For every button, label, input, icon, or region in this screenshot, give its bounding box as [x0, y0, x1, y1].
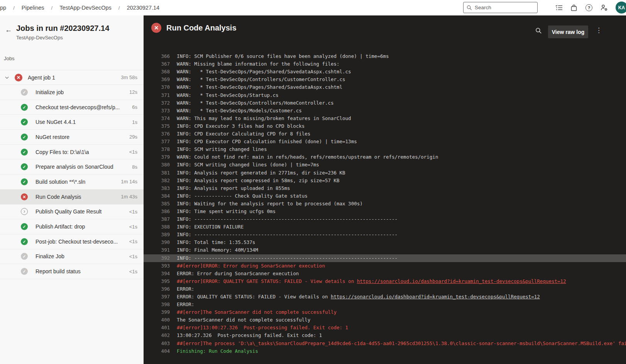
- log-line-number: 386: [155, 208, 170, 215]
- step-label: Initialize job: [36, 89, 64, 95]
- log-line-text: ##[error]The SonarScanner did not comple…: [177, 309, 337, 315]
- success-status-icon: ✓: [21, 119, 28, 125]
- task-list-icon[interactable]: [555, 3, 563, 12]
- log-line-text: WARN: This may lead to missing/broken fe…: [177, 115, 351, 121]
- job-step-row[interactable]: ✓ Checkout test-devsecops@refs/p... 6s: [0, 100, 144, 115]
- marketplace-bag-icon[interactable]: [570, 3, 578, 12]
- avatar[interactable]: KA: [616, 2, 626, 14]
- log-line-text: INFO: SCM writing changed lines (done) |…: [177, 162, 319, 168]
- job-step-row[interactable]: ✓ Prepare analysis on SonarCloud 8s: [0, 159, 144, 174]
- log-line-text: WARN: * Test-DevSecOps/Pages/Shared/Save…: [177, 69, 351, 74]
- log-line: 397ERROR: QUALITY GATE STATUS: FAILED - …: [144, 285, 626, 293]
- log-title: Run Code Analysis: [166, 24, 237, 32]
- log-line-text: ##[error]ERROR: QUALITY GATE STATUS: FAI…: [177, 278, 566, 284]
- log-line-number: 404: [155, 347, 170, 355]
- more-options-icon[interactable]: ⋮: [596, 26, 602, 34]
- user-settings-icon[interactable]: [600, 3, 608, 12]
- log-line-number: 373: [155, 107, 170, 115]
- sonarcloud-dashboard-link[interactable]: https://sonarcloud.io/dashboard?id=kruam…: [331, 294, 540, 300]
- log-line-number: 385: [155, 200, 170, 208]
- agent-job-row[interactable]: ✕ Agent job 1 3m 58s: [0, 70, 144, 85]
- log-line-text: INFO: Analysis report generated in 2771m…: [177, 170, 345, 176]
- step-duration: <1s: [129, 239, 137, 244]
- breadcrumb-project[interactable]: pp: [0, 5, 6, 11]
- log-line-number: 402: [155, 332, 170, 339]
- step-label: Copy Files to: D:\a\1\a: [36, 149, 89, 155]
- job-step-row[interactable]: ✓ Finalize Job <1s: [0, 249, 144, 264]
- log-viewport[interactable]: 366INFO: SCM Publisher 0/6 source files …: [144, 48, 626, 364]
- log-line-text: WARN: * Test-DevSecOps/Startup.cs: [177, 92, 278, 98]
- view-raw-log-button[interactable]: View raw log: [548, 25, 588, 38]
- log-line-number: 389: [155, 231, 170, 239]
- job-step-row[interactable]: ✓ NuGet restore 29s: [0, 130, 144, 145]
- log-line-number: 388: [155, 223, 170, 231]
- log-panel: ✕ Run Code Analysis View raw log ⋮ 366IN…: [144, 15, 626, 364]
- step-label: NuGet restore: [36, 134, 69, 140]
- success-status-icon: ✓: [21, 238, 28, 245]
- search-input[interactable]: [475, 5, 529, 10]
- job-step-row[interactable]: › Publish Quality Gate Result <1s: [0, 205, 144, 220]
- step-duration: <1s: [129, 224, 137, 230]
- log-line-text: ERROR:: [177, 286, 194, 292]
- log-line-text: WARN: * Test-DevSecOps/Models/Customer.c…: [177, 108, 302, 113]
- breadcrumb-run-number[interactable]: 20230927.14: [127, 5, 159, 11]
- job-step-row[interactable]: ✓ Use NuGet 4.4.1 1s: [0, 115, 144, 130]
- breadcrumb-separator: /: [118, 5, 120, 11]
- step-duration: 29s: [129, 134, 137, 140]
- step-duration: <1s: [129, 209, 137, 215]
- job-step-row[interactable]: ✓ Post-job: Checkout test-devseco... <1s: [0, 234, 144, 249]
- job-step-row[interactable]: ✕ Run Code Analysis 1m 43s: [0, 190, 144, 205]
- job-step-row[interactable]: ✓ Publish Artifact: drop <1s: [0, 219, 144, 234]
- job-step-row[interactable]: ✓ Report build status <1s: [0, 264, 144, 279]
- breadcrumb-pipeline-name[interactable]: TestApp-DevSecOps: [59, 5, 112, 11]
- log-line-text: INFO: ----------------------------------…: [177, 232, 398, 237]
- job-step-row[interactable]: ✓ Copy Files to: D:\a\1\a <1s: [0, 145, 144, 160]
- log-line-number: 403: [155, 340, 170, 347]
- log-line-number: 398: [155, 301, 170, 308]
- chevron-down-icon[interactable]: [5, 75, 9, 80]
- neutral-status-icon: ✓: [21, 253, 28, 260]
- log-line-text: ERROR:: [177, 301, 194, 307]
- log-line-text: INFO: ----------------------------------…: [177, 216, 398, 222]
- step-label: Finalize Job: [36, 253, 64, 259]
- log-line-text: INFO: ------------- Check Quality Gate s…: [177, 193, 308, 199]
- log-line-text: ##[error]ERROR: Error during SonarScanne…: [177, 263, 325, 269]
- step-duration: 12s: [129, 89, 137, 95]
- neutral-status-icon: ✓: [21, 268, 28, 275]
- log-line-number: 375: [155, 122, 170, 130]
- log-line-number: 376: [155, 130, 170, 138]
- help-icon[interactable]: ?: [585, 3, 593, 12]
- log-line-number: 377: [155, 138, 170, 146]
- breadcrumb-pipelines[interactable]: Pipelines: [22, 5, 44, 11]
- log-line-number: 372: [155, 99, 170, 107]
- success-status-icon: ✓: [21, 149, 28, 156]
- job-step-row[interactable]: ✓ Initialize job 12s: [0, 85, 144, 100]
- log-line-number: 374: [155, 115, 170, 122]
- log-line-number: 369: [155, 76, 170, 83]
- job-step-row[interactable]: ✓ Build solution **\*.sln 1m 14s: [0, 174, 144, 190]
- log-line-text: INFO: CPD Executor Calculating CPD for 8…: [177, 131, 310, 137]
- log-line-number: 370: [155, 83, 170, 91]
- agent-job-label: Agent job 1: [28, 74, 55, 81]
- log-line-number: 395: [155, 278, 170, 285]
- log-line-text: WARN: * Test-DevSecOps/Controllers/Custo…: [177, 76, 345, 82]
- sonarcloud-dashboard-link[interactable]: https://sonarcloud.io/dashboard?id=kruam…: [357, 278, 566, 284]
- failed-status-icon: ✕: [21, 193, 28, 200]
- log-line-number: 392: [155, 254, 170, 262]
- log-line-text: INFO: CPD Executor CPD calculation finis…: [177, 139, 357, 144]
- log-line-text: INFO: SCM writing changed lines: [177, 146, 267, 152]
- log-line-number: 367: [155, 60, 170, 68]
- step-label: Use NuGet 4.4.1: [36, 119, 76, 125]
- log-line-number: 371: [155, 91, 170, 99]
- log-line-text: Finishing: Run Code Analysis: [177, 348, 258, 354]
- step-duration: <1s: [129, 269, 137, 274]
- log-line-text: The SonarScanner did not complete succes…: [177, 317, 310, 323]
- log-search-icon[interactable]: [535, 27, 542, 36]
- page-title: Jobs in run #20230927.14: [16, 24, 109, 33]
- step-label: Post-job: Checkout test-devseco...: [36, 239, 118, 245]
- log-line-text: INFO: Analysis report compressed in 58ms…: [177, 178, 339, 183]
- back-arrow-icon[interactable]: ←: [5, 26, 12, 33]
- global-search-box[interactable]: [463, 2, 538, 13]
- jobs-sidebar: ← Jobs in run #20230927.14 TestApp-DevSe…: [0, 15, 144, 364]
- log-line-number: 384: [155, 192, 170, 200]
